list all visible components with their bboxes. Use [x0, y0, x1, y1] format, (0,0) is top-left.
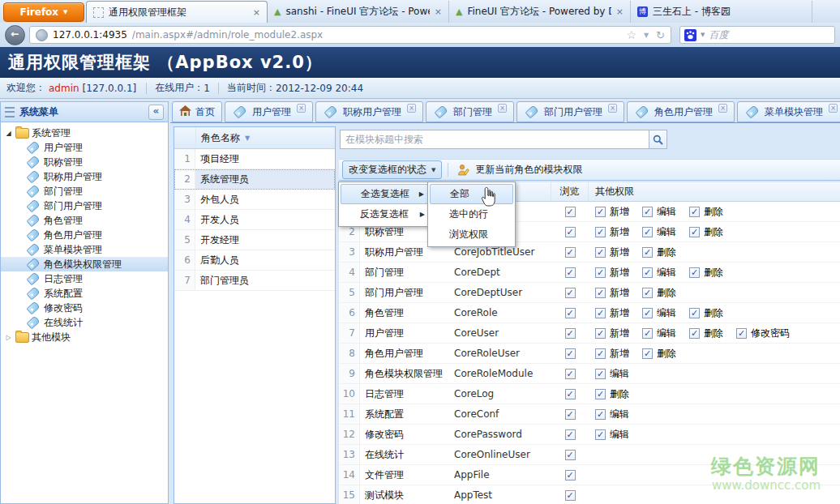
- checkbox-checked[interactable]: ✓: [595, 409, 606, 420]
- tree-caret-icon[interactable]: ▷: [4, 334, 13, 341]
- sidebar-item[interactable]: 修改密码: [1, 301, 168, 315]
- module-tab[interactable]: 部门用户管理×: [516, 101, 624, 122]
- checkbox-checked[interactable]: ✓: [595, 207, 606, 217]
- tab-close-icon[interactable]: ×: [435, 6, 442, 17]
- sidebar-item[interactable]: 用户管理: [1, 140, 168, 155]
- url-dropdown-icon[interactable]: ▼: [644, 32, 649, 39]
- checkbox-checked[interactable]: ✓: [595, 429, 606, 440]
- module-row[interactable]: 9角色模块权限管理CoreRoleModule✓✓编辑: [339, 364, 840, 384]
- role-row[interactable]: 1项目经理: [174, 149, 335, 169]
- sidebar-item[interactable]: 系统配置: [1, 286, 168, 301]
- module-row[interactable]: 7用户管理CoreUser✓✓新增✓编辑✓删除✓修改密码: [339, 323, 840, 344]
- sidebar-item[interactable]: 菜单模块管理: [1, 242, 168, 257]
- checkbox-checked[interactable]: ✓: [565, 409, 576, 420]
- role-row[interactable]: 4开发人员: [174, 210, 335, 230]
- checkbox-checked[interactable]: ✓: [642, 328, 653, 339]
- module-row[interactable]: 4部门管理CoreDept✓✓新增✓编辑✓删除: [339, 263, 840, 283]
- module-row[interactable]: 8角色用户管理CoreRoleUser✓✓新增✓删除: [339, 344, 840, 364]
- checkbox-checked[interactable]: ✓: [689, 207, 700, 217]
- submenu-item[interactable]: 全部: [430, 184, 513, 204]
- back-button[interactable]: ←: [5, 25, 25, 45]
- sidebar-item[interactable]: 职称管理: [1, 155, 168, 169]
- checkbox-checked[interactable]: ✓: [595, 389, 606, 399]
- module-tab[interactable]: 职称用户管理×: [315, 101, 423, 122]
- role-row[interactable]: 6后勤人员: [174, 250, 335, 271]
- reload-icon[interactable]: ↻: [656, 29, 665, 41]
- checkbox-checked[interactable]: ✓: [565, 308, 576, 318]
- change-checkbox-state-button[interactable]: 改变复选框的状态 ▼: [342, 160, 442, 179]
- checkbox-checked[interactable]: ✓: [565, 429, 576, 440]
- sidebar-item[interactable]: 角色模块权限管理: [1, 257, 168, 271]
- checkbox-checked[interactable]: ✓: [642, 348, 653, 359]
- checkbox-checked[interactable]: ✓: [565, 490, 576, 501]
- checkbox-checked[interactable]: ✓: [595, 288, 606, 298]
- role-row[interactable]: 7部门管理员: [174, 271, 335, 291]
- menu-item[interactable]: 反选复选框▶: [341, 204, 430, 224]
- module-row[interactable]: 5部门用户管理CoreDeptUser✓✓新增✓删除: [339, 283, 840, 303]
- sidebar-item[interactable]: 角色用户管理: [1, 228, 168, 242]
- tab-close-icon[interactable]: ×: [498, 104, 507, 113]
- engine-dropdown-icon[interactable]: ▼: [701, 32, 705, 38]
- checkbox-checked[interactable]: ✓: [565, 267, 576, 278]
- submenu-item[interactable]: 选中的行: [430, 204, 513, 224]
- tab-close-icon[interactable]: ×: [608, 104, 617, 113]
- checkbox-checked[interactable]: ✓: [565, 288, 576, 298]
- browser-tab[interactable]: ▲FineUI 官方论坛 - Powered by Disc...×: [449, 1, 631, 23]
- sidebar-item[interactable]: 部门用户管理: [1, 199, 168, 213]
- module-tab[interactable]: 菜单模块管理×: [737, 101, 840, 122]
- browser-tab[interactable]: 通用权限管理框架×: [86, 1, 268, 23]
- tab-close-icon[interactable]: ×: [616, 6, 624, 17]
- sidebar-item[interactable]: 职称用户管理: [1, 169, 168, 184]
- checkbox-checked[interactable]: ✓: [642, 227, 653, 237]
- checkbox-checked[interactable]: ✓: [565, 348, 576, 359]
- module-row[interactable]: 10日志管理CoreLog✓✓删除: [339, 384, 840, 404]
- checkbox-checked[interactable]: ✓: [565, 470, 576, 481]
- checkbox-checked[interactable]: ✓: [595, 328, 606, 339]
- sidebar-item[interactable]: 角色管理: [1, 213, 168, 228]
- browser-tab[interactable]: 博三生石上 - 博客园: [631, 1, 812, 23]
- address-bar[interactable]: 127.0.0.1:4935 /main.aspx#/admin/role_mo…: [29, 26, 671, 44]
- checkbox-checked[interactable]: ✓: [595, 247, 606, 258]
- checkbox-checked[interactable]: ✓: [642, 267, 653, 278]
- module-tab[interactable]: 角色用户管理×: [627, 101, 735, 122]
- sidebar-item[interactable]: ◢系统管理: [1, 126, 168, 140]
- checkbox-checked[interactable]: ✓: [565, 247, 576, 258]
- browser-search-box[interactable]: ▼ 百度: [679, 26, 835, 44]
- module-row[interactable]: 11系统配置CoreConf✓✓编辑: [339, 404, 840, 425]
- checkbox-checked[interactable]: ✓: [689, 227, 700, 237]
- tab-close-icon[interactable]: ×: [829, 104, 838, 113]
- menu-item[interactable]: 全选复选框▶: [341, 184, 430, 204]
- browser-tab[interactable]: ▲sanshi - FineUI 官方论坛 - Powere...×: [268, 1, 449, 23]
- checkbox-checked[interactable]: ✓: [565, 450, 576, 460]
- sidebar-item[interactable]: ▷其他模块: [1, 330, 168, 344]
- checkbox-checked[interactable]: ✓: [689, 328, 700, 339]
- module-tab[interactable]: 用户管理×: [225, 101, 313, 122]
- checkbox-checked[interactable]: ✓: [689, 267, 700, 278]
- checkbox-checked[interactable]: ✓: [642, 308, 653, 318]
- sort-dropdown-icon[interactable]: ▼: [245, 135, 250, 142]
- checkbox-checked[interactable]: ✓: [642, 207, 653, 217]
- role-row[interactable]: 2系统管理员: [174, 169, 335, 190]
- module-tab[interactable]: 首页: [172, 101, 222, 122]
- checkbox-checked[interactable]: ✓: [565, 328, 576, 339]
- module-row[interactable]: 6角色管理CoreRole✓✓新增✓编辑✓删除: [339, 303, 840, 323]
- role-name-column-header[interactable]: 角色名称: [196, 131, 240, 145]
- search-button[interactable]: [649, 130, 666, 148]
- submenu-item[interactable]: 浏览权限: [430, 224, 513, 245]
- update-role-permissions-button[interactable]: 更新当前角色的模块权限: [454, 161, 585, 178]
- tab-close-icon[interactable]: ×: [718, 104, 727, 113]
- checkbox-checked[interactable]: ✓: [595, 308, 606, 318]
- checkbox-checked[interactable]: ✓: [736, 328, 747, 339]
- sidebar-item[interactable]: 日志管理: [1, 271, 168, 286]
- checkbox-checked[interactable]: ✓: [642, 247, 653, 258]
- sidebar-item[interactable]: 部门管理: [1, 184, 168, 199]
- checkbox-checked[interactable]: ✓: [565, 207, 576, 217]
- checkbox-checked[interactable]: ✓: [595, 348, 606, 359]
- module-row[interactable]: 3职称用户管理CoreJobTitleUser✓✓新增✓删除: [339, 242, 840, 263]
- firefox-menu-button[interactable]: Firefox ▼: [3, 2, 84, 22]
- sidebar-item[interactable]: 在线统计: [1, 315, 168, 330]
- checkbox-checked[interactable]: ✓: [642, 288, 653, 298]
- tab-close-icon[interactable]: ×: [297, 104, 306, 113]
- checkbox-checked[interactable]: ✓: [565, 227, 576, 237]
- tree-caret-icon[interactable]: ◢: [4, 130, 13, 137]
